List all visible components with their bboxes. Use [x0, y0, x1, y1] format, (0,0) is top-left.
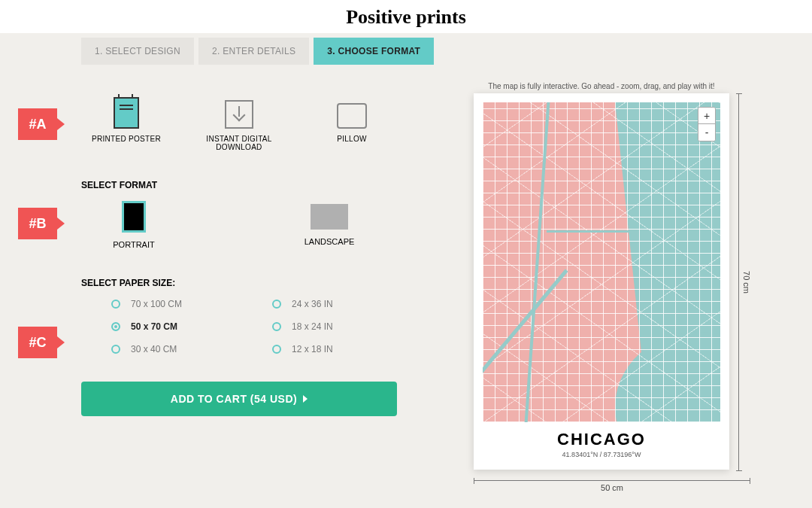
product-type-row: PRINTED POSTER INSTANT DIGITAL DOWNLOAD …	[81, 90, 397, 151]
tab-choose-format[interactable]: 3. CHOOSE FORMAT	[314, 38, 434, 65]
product-pillow[interactable]: PILLOW	[307, 90, 397, 151]
poster-title: CHICAGO	[483, 430, 720, 449]
options-panel: PRINTED POSTER INSTANT DIGITAL DOWNLOAD …	[81, 90, 397, 416]
map-canvas[interactable]: + -	[483, 102, 720, 422]
radio-icon	[272, 345, 281, 354]
brand-logo: Positive prints	[0, 0, 812, 33]
zoom-in-button[interactable]: +	[698, 108, 715, 124]
size-option[interactable]: 24 x 36 IN	[242, 299, 333, 309]
product-label: PRINTED POSTER	[81, 135, 171, 143]
zoom-controls: + -	[698, 107, 716, 141]
product-label: INSTANT DIGITAL DOWNLOAD	[194, 135, 284, 151]
annotation-marker-c: #C	[18, 327, 57, 358]
size-option[interactable]: 70 x 100 CM	[81, 299, 182, 309]
download-icon	[225, 100, 253, 129]
preview-hint: The map is fully interactive. Go ahead -…	[474, 82, 729, 90]
zoom-out-button[interactable]: -	[698, 124, 715, 141]
poster-preview: + - CHICAGO 41.83401°N / 87.73196°W 70 c…	[474, 93, 729, 470]
section-heading-format: SELECT FORMAT	[81, 180, 397, 190]
annotation-marker-a: #A	[18, 108, 57, 140]
tab-select-design[interactable]: 1. SELECT DESIGN	[81, 38, 194, 65]
size-option[interactable]: 12 x 18 IN	[242, 344, 333, 354]
product-digital-download[interactable]: INSTANT DIGITAL DOWNLOAD	[194, 90, 284, 151]
step-tabs: 1. SELECT DESIGN 2. ENTER DETAILS 3. CHO…	[81, 38, 812, 65]
size-option[interactable]: 50 x 70 CM	[81, 321, 182, 332]
radio-icon	[111, 345, 120, 354]
orientation-row: PORTRAIT LANDSCAPE	[81, 201, 397, 249]
section-heading-paper-size: SELECT PAPER SIZE:	[81, 278, 397, 288]
pillow-icon	[337, 103, 367, 129]
dimension-height: 70 cm	[738, 93, 750, 471]
dimension-width: 50 cm	[474, 480, 750, 492]
orientation-landscape[interactable]: LANDSCAPE	[277, 201, 382, 249]
paper-size-grid: 70 x 100 CM 50 x 70 CM 30 x 40 CM 24 x 3…	[81, 299, 397, 354]
preview-panel: The map is fully interactive. Go ahead -…	[474, 82, 729, 470]
chevron-right-icon	[303, 395, 308, 403]
product-printed-poster[interactable]: PRINTED POSTER	[81, 90, 171, 151]
poster-coordinates: 41.83401°N / 87.73196°W	[483, 451, 720, 458]
product-label: PILLOW	[307, 135, 397, 143]
tab-enter-details[interactable]: 2. ENTER DETAILS	[198, 38, 309, 65]
size-option[interactable]: 18 x 24 IN	[242, 321, 333, 332]
radio-icon	[272, 322, 281, 331]
portrait-icon	[122, 201, 146, 233]
size-option[interactable]: 30 x 40 CM	[81, 344, 182, 354]
landscape-icon	[311, 204, 348, 230]
orientation-portrait[interactable]: PORTRAIT	[81, 201, 186, 249]
poster-icon	[114, 97, 139, 129]
annotation-marker-b: #B	[18, 208, 57, 239]
radio-icon	[272, 300, 281, 309]
radio-icon	[111, 322, 120, 331]
add-to-cart-button[interactable]: ADD TO CART (54 USD)	[81, 382, 397, 416]
radio-icon	[111, 300, 120, 309]
page-body: 1. SELECT DESIGN 2. ENTER DETAILS 3. CHO…	[0, 33, 812, 508]
